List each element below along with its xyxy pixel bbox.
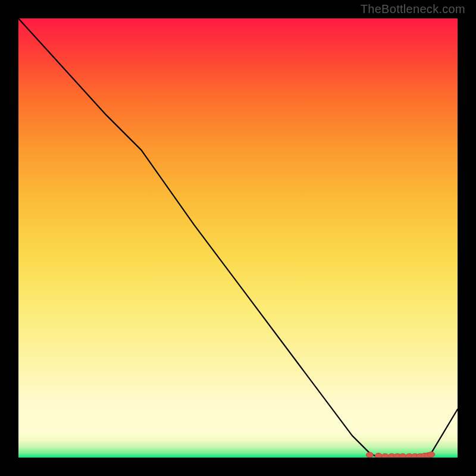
- marker-cluster: [366, 452, 434, 458]
- watermark-text: TheBottleneck.com: [361, 2, 465, 16]
- svg-point-5: [399, 453, 406, 458]
- svg-point-0: [366, 452, 373, 458]
- bottleneck-curve: [18, 18, 458, 458]
- svg-point-1: [375, 453, 382, 458]
- svg-point-11: [428, 452, 435, 457]
- chart-overlay: [18, 18, 458, 458]
- chart-container: TheBottleneck.com: [0, 0, 476, 476]
- svg-point-2: [381, 453, 389, 458]
